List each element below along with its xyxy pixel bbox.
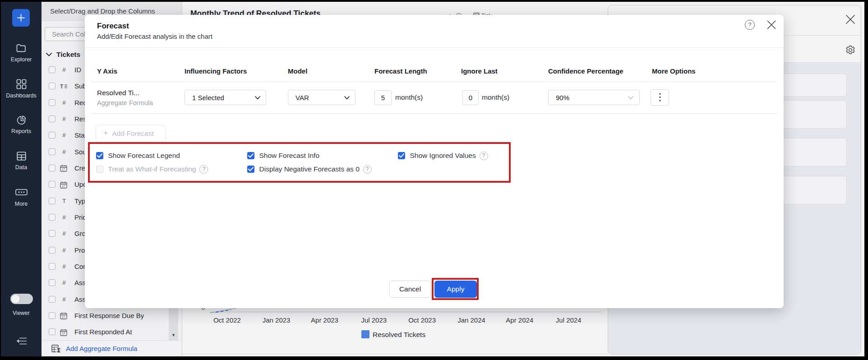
table-column-header: Model xyxy=(288,67,307,75)
kebab-menu-icon xyxy=(659,92,661,102)
influencing-factors-select[interactable]: 1 Selected xyxy=(185,90,266,105)
dialog-title: Forecast xyxy=(97,22,129,31)
close-dialog-icon[interactable] xyxy=(767,20,776,29)
cancel-button[interactable]: Cancel xyxy=(389,281,431,298)
highlight-apply-button xyxy=(432,278,479,300)
table-column-header: Y Axis xyxy=(97,67,117,75)
ignore-last-unit: month(s) xyxy=(482,93,509,102)
table-column-header: More Options xyxy=(652,67,696,75)
screenshot-stage: Explorer Dashboards Reports Data xyxy=(0,0,868,360)
forecast-length-unit: month(s) xyxy=(395,93,423,102)
table-column-header: Ignore Last xyxy=(461,67,498,75)
select-value: VAR xyxy=(295,94,309,102)
chevron-down-icon xyxy=(255,96,260,100)
table-column-header: Influencing Factors xyxy=(185,67,247,75)
help-icon[interactable]: ? xyxy=(745,20,755,30)
confidence-percentage-select[interactable]: 90% xyxy=(548,90,640,105)
table-divider xyxy=(91,113,777,114)
plus-icon: + xyxy=(103,129,108,138)
select-value: 90% xyxy=(556,94,569,102)
model-select[interactable]: VAR xyxy=(288,90,356,105)
add-forecast-button[interactable]: + Add Forecast xyxy=(96,125,166,142)
table-column-header: Confidence Percentage xyxy=(548,67,623,75)
ignore-last-input[interactable]: 0 xyxy=(462,90,479,105)
add-forecast-label: Add Forecast xyxy=(112,129,154,138)
dialog-subtitle: Add/Edit Forecast analysis in the chart xyxy=(97,32,212,40)
y-axis-value: Resolved Ti... xyxy=(97,89,139,97)
table-divider xyxy=(91,82,777,82)
highlight-forecast-options xyxy=(88,142,511,183)
y-axis-subvalue: Aggregate Formula xyxy=(97,99,153,106)
chevron-down-icon xyxy=(344,96,350,100)
more-options-button[interactable] xyxy=(651,89,669,106)
chevron-down-icon xyxy=(628,96,633,100)
forecast-length-input[interactable]: 5 xyxy=(374,90,392,105)
app-window: Explorer Dashboards Reports Data xyxy=(1,2,864,356)
select-value: 1 Selected xyxy=(192,94,224,102)
dialog-divider xyxy=(85,47,784,48)
table-column-header: Forecast Length xyxy=(374,67,427,75)
